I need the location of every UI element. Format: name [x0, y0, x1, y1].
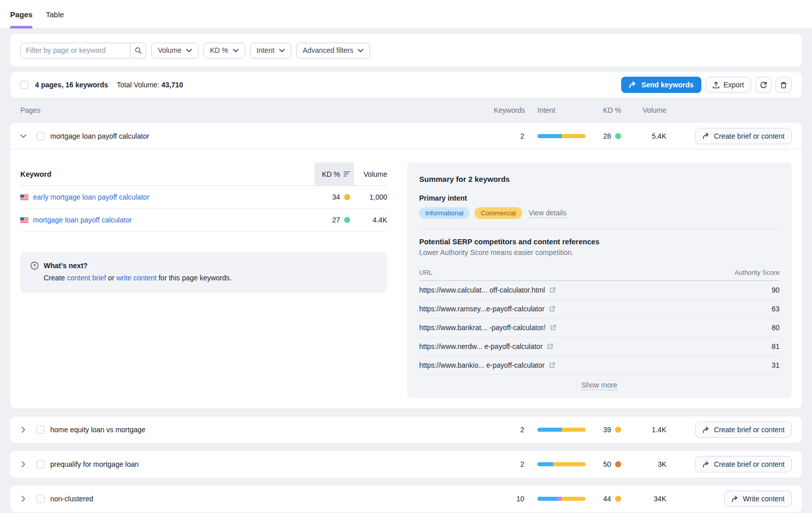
cluster-volume: 5.4K [621, 132, 666, 140]
primary-intent-label: Primary intent [419, 194, 780, 202]
summary-panel: Summary for 2 keywords Primary intent In… [407, 163, 792, 398]
chevron-down-icon [186, 49, 192, 52]
trash-icon [780, 81, 787, 89]
tab-table-label: Table [46, 10, 64, 19]
view-details-link[interactable]: View details [529, 209, 566, 218]
cluster-details: Keyword KD % Volume [10, 149, 802, 408]
refresh-icon [760, 81, 767, 89]
serp-url: https://www.bankio... e-payoff-calculato… [419, 361, 545, 369]
cluster-row: mortgage loan payoff calculator 2 28 5.4… [10, 123, 802, 149]
intent-bar [537, 462, 586, 466]
cluster-name: prequalify for mortgage loan [50, 460, 139, 468]
keyword-panel: Keyword KD % Volume [20, 163, 387, 293]
intent-bar [537, 134, 586, 138]
row-checkbox[interactable] [37, 132, 45, 140]
header-volume: Volume [642, 106, 666, 114]
expand-chevron-right-icon[interactable] [20, 496, 26, 502]
tab-pages[interactable]: Pages [10, 0, 32, 28]
export-button[interactable]: Export [705, 77, 751, 93]
send-keywords-button[interactable]: Send keywords [621, 77, 701, 93]
serp-url: https://www.bankrat... -payoff-calculato… [419, 324, 546, 332]
authority-score: 63 [771, 305, 780, 313]
table-header-row: Pages Keywords Intent KD % Volume [10, 98, 802, 123]
row-checkbox[interactable] [37, 426, 45, 434]
external-link-icon[interactable] [550, 325, 556, 331]
cluster-volume: 34K [621, 495, 666, 503]
search-icon [134, 47, 142, 54]
us-flag-icon [20, 195, 28, 200]
tab-table[interactable]: Table [46, 0, 64, 28]
send-keywords-label: Send keywords [641, 81, 694, 89]
search-button[interactable] [130, 43, 146, 58]
serp-url-row: https://www.ramsey...e-payoff-calculator… [419, 300, 780, 318]
advanced-filters-label: Advanced filters [303, 46, 354, 54]
external-link-icon[interactable] [549, 306, 555, 312]
external-link-icon[interactable] [549, 362, 555, 368]
total-volume: Total Volume: 43,710 [117, 81, 183, 89]
cluster-keyword-count: 2 [494, 132, 524, 140]
volume-filter-label: Volume [158, 46, 182, 54]
search-input[interactable] [20, 43, 130, 58]
delete-button[interactable] [775, 77, 792, 93]
row-checkbox[interactable] [37, 495, 45, 503]
cluster-row: non-clustered 10 44 34K Write content [10, 486, 802, 512]
kd-filter-dropdown[interactable]: KD % [204, 43, 245, 58]
filter-bar: Volume KD % Intent Advanced filters [10, 34, 802, 67]
serp-url-table: URL Authority Score https://www.calculat… [419, 264, 780, 391]
kd-value: 27 [332, 216, 340, 224]
external-link-icon[interactable] [550, 287, 556, 293]
create-brief-button[interactable]: Create brief or content [695, 422, 792, 438]
serp-url-row: https://www.nerdw... e-payoff-calculator… [419, 337, 780, 356]
expand-chevron-right-icon[interactable] [20, 427, 26, 433]
selection-bar: 4 pages, 16 keywords Total Volume: 43,71… [10, 72, 802, 98]
cluster-row: prequalify for mortgage loan 2 50 3K Cre… [10, 451, 802, 477]
kd-column-header-sorted[interactable]: KD % [315, 163, 354, 185]
keyword-link[interactable]: mortgage loan payoff calculator [33, 216, 132, 224]
collapse-chevron-down-icon[interactable] [20, 133, 26, 139]
divider [419, 229, 780, 229]
export-label: Export [724, 81, 744, 89]
expand-chevron-right-icon[interactable] [20, 461, 26, 467]
whats-next-text: Create content brief or write content fo… [44, 274, 377, 282]
header-kd: KD % [603, 106, 621, 114]
intent-badge-commercial: Commercial [475, 207, 522, 219]
write-content-button[interactable]: Write content [724, 491, 792, 507]
external-link-icon[interactable] [547, 343, 553, 349]
volume-filter-dropdown[interactable]: Volume [151, 43, 198, 58]
kd-value: 50 [603, 460, 611, 468]
keyword-volume: 4.4K [354, 216, 387, 224]
intent-bar [537, 428, 586, 432]
create-brief-label: Create brief or content [714, 426, 785, 434]
send-arrow-icon [702, 461, 710, 468]
cluster-name: mortgage loan payoff calculator [50, 132, 149, 140]
cluster-keyword-count: 10 [494, 495, 524, 503]
kd-dot [615, 496, 621, 502]
intent-filter-dropdown[interactable]: Intent [250, 43, 291, 58]
main-content: Volume KD % Intent Advanced filters [0, 29, 812, 512]
top-tab-bar: Pages Table [0, 0, 812, 29]
create-brief-label: Create brief or content [714, 460, 785, 468]
header-pages: Pages [20, 106, 41, 114]
serp-url-row: https://www.calculat... off-calculator.h… [419, 281, 780, 300]
show-more-link[interactable]: Show more [582, 381, 618, 390]
cluster-volume: 3K [621, 460, 666, 468]
serp-url: https://www.nerdw... e-payoff-calculator [419, 342, 543, 350]
write-content-link[interactable]: write content [116, 274, 156, 282]
serp-url: https://www.calculat... off-calculator.h… [419, 286, 545, 294]
advanced-filters-dropdown[interactable]: Advanced filters [296, 43, 370, 58]
authority-score: 31 [771, 361, 780, 369]
kd-column-label: KD % [322, 170, 340, 178]
authority-score: 80 [771, 324, 780, 332]
write-content-label: Write content [743, 495, 785, 503]
cluster-volume: 1.4K [621, 426, 666, 434]
kd-dot [615, 461, 621, 467]
kd-value: 44 [603, 495, 611, 503]
select-all-checkbox[interactable] [20, 81, 28, 89]
create-brief-button[interactable]: Create brief or content [695, 456, 792, 472]
refresh-button[interactable] [755, 77, 771, 93]
cluster-card-home-equity-loan-vs-mortgage: home equity loan vs mortgage 2 39 1.4K C… [10, 416, 802, 443]
row-checkbox[interactable] [37, 460, 45, 468]
create-brief-button[interactable]: Create brief or content [695, 128, 792, 144]
keyword-link[interactable]: early mortgage loan payoff calculator [33, 193, 149, 201]
content-brief-link[interactable]: content brief [67, 274, 106, 282]
